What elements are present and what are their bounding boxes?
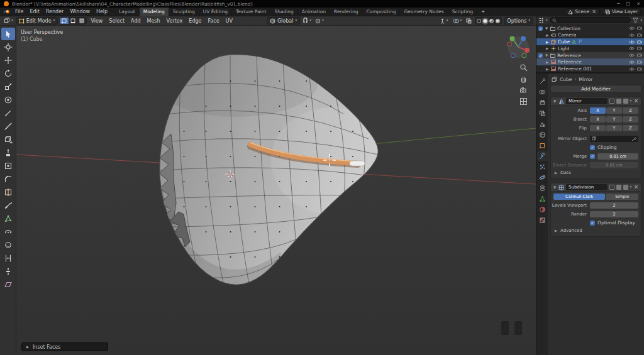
render-display-toggle[interactable] (623, 99, 628, 104)
editmode-display-toggle[interactable] (609, 185, 614, 190)
axis-z-button[interactable]: Z (623, 107, 638, 114)
tool-transform[interactable] (1, 94, 15, 106)
shading-material-button[interactable] (489, 19, 494, 23)
disclosure-icon[interactable]: ▶ (545, 40, 549, 44)
menu-edge[interactable]: Edge (186, 18, 204, 24)
axis-x-handle[interactable] (525, 48, 530, 53)
camera-visibility-icon[interactable] (637, 60, 642, 64)
axis-z-handle[interactable] (521, 36, 526, 41)
disclosure-icon[interactable]: ▼ (545, 26, 548, 30)
tab-scene[interactable] (537, 119, 548, 129)
tab-object[interactable] (537, 141, 548, 150)
collapse-icon[interactable]: ▼ (553, 185, 557, 189)
menu-file[interactable]: File (12, 9, 26, 14)
show-gizmo-toggle[interactable]: ▾ (438, 17, 450, 25)
maximize-button[interactable]: □ (626, 1, 631, 6)
breadcrumb-object[interactable]: Cube (560, 77, 572, 82)
operator-panel[interactable]: ▶ Inset Faces (21, 342, 108, 351)
outliner-row-collection[interactable]: ✓ ▼ Collection (536, 25, 644, 32)
remove-modifier-icon[interactable]: × (633, 99, 639, 104)
disclosure-icon[interactable]: ▶ (545, 33, 549, 37)
tab-object-data[interactable] (537, 194, 548, 204)
render-levels-field[interactable]: 2 (590, 211, 638, 217)
menu-mesh[interactable]: Mesh (145, 18, 163, 24)
shading-wireframe-button[interactable] (477, 19, 481, 23)
mirror-panel-header[interactable]: ▼ Mirror ▾ × (551, 97, 641, 106)
xray-toggle[interactable] (465, 17, 473, 25)
editor-type-button[interactable]: ▾ (3, 17, 14, 25)
axis-x-button[interactable]: X (590, 107, 606, 114)
tab-view-layer[interactable] (537, 109, 548, 118)
zoom-icon[interactable] (519, 63, 528, 72)
add-modifier-button[interactable]: Add Modifier (550, 85, 641, 93)
tool-smooth[interactable] (1, 239, 15, 251)
data-subpanel[interactable]: ▶ Data (551, 169, 641, 177)
tab-material[interactable] (537, 205, 548, 214)
blender-icon[interactable] (3, 9, 10, 14)
optimal-display-checkbox[interactable]: ✓ (590, 221, 595, 226)
tool-select-box[interactable] (1, 28, 15, 40)
eye-icon[interactable] (629, 46, 635, 50)
eyedropper-icon[interactable] (631, 136, 636, 141)
tool-extrude-region[interactable] (1, 146, 15, 159)
menu-edit[interactable]: Edit (26, 9, 43, 14)
close-button[interactable]: × (636, 1, 640, 6)
workspace-tab-shading[interactable]: Shading (270, 8, 297, 16)
render-display-toggle[interactable] (623, 185, 628, 190)
snap-toggle[interactable]: ▾ (301, 17, 313, 25)
menu-window[interactable]: Window (67, 9, 93, 14)
tool-spin[interactable] (1, 226, 15, 238)
collection-checkbox[interactable]: ✓ (538, 26, 543, 31)
collapse-icon[interactable]: ▼ (553, 99, 557, 103)
flip-x-button[interactable]: X (590, 125, 606, 131)
bisect-x-button[interactable]: X (590, 116, 606, 123)
navigation-gizmo[interactable] (504, 33, 532, 63)
workspace-tab-geometry-nodes[interactable]: Geometry Nodes (400, 8, 448, 16)
extras-menu-icon[interactable]: ▾ (630, 99, 632, 103)
tool-edge-slide[interactable] (1, 252, 15, 265)
workspace-tab-layout[interactable]: Layout (115, 8, 140, 16)
camera-visibility-icon[interactable] (637, 26, 642, 30)
workspace-tab-rendering[interactable]: Rendering (330, 8, 362, 16)
axis-y-button[interactable]: Y (606, 107, 622, 114)
viewport-canvas[interactable]: User Perspective (1) Cube (16, 26, 536, 355)
disclosure-icon[interactable]: ▶ (545, 67, 549, 71)
tool-move[interactable] (1, 54, 15, 67)
modifier-name-field[interactable]: Mirror (566, 98, 608, 104)
camera-visibility-icon[interactable] (637, 53, 642, 57)
outliner-row-light[interactable]: ▶ Light (536, 45, 644, 52)
transform-orientation-dropdown[interactable]: Global ▾ (267, 17, 300, 25)
face-select-button[interactable] (77, 18, 86, 24)
grid-ortho-icon[interactable] (519, 97, 528, 106)
collection-checkbox[interactable]: ✓ (538, 53, 543, 58)
tool-loop-cut[interactable] (1, 186, 15, 199)
axis-y-handle[interactable] (510, 36, 515, 41)
tab-texture[interactable] (537, 216, 548, 225)
eye-icon[interactable] (629, 40, 635, 44)
shading-solid-button[interactable] (483, 19, 487, 23)
camera-view-icon[interactable] (519, 86, 528, 94)
menu-face[interactable]: Face (205, 18, 221, 24)
tool-inset-faces[interactable] (1, 160, 15, 172)
workspace-tab-add[interactable]: + (477, 8, 489, 16)
eye-icon[interactable] (629, 26, 635, 30)
pan-hand-icon[interactable] (519, 75, 528, 83)
axis-neg-z-handle[interactable] (511, 53, 516, 58)
workspace-tab-modeling[interactable]: Modeling (140, 8, 169, 16)
outliner-row-cube[interactable]: ▶ Cube (536, 38, 644, 45)
workspace-tab-sculpting[interactable]: Sculpting (169, 8, 199, 16)
menu-add[interactable]: Add (128, 18, 143, 24)
proportional-editing-toggle[interactable]: ▾ (314, 17, 325, 25)
bisect-z-button[interactable]: Z (623, 116, 638, 123)
workspace-tab-uv-editing[interactable]: UV Editing (199, 8, 232, 16)
show-overlays-toggle[interactable]: ▾ (452, 17, 464, 25)
tool-scale[interactable] (1, 80, 15, 93)
filter-icon[interactable] (633, 18, 638, 23)
outliner-row-reference-collection[interactable]: ✓ ▼ Reference (536, 52, 644, 59)
tab-modifiers[interactable] (537, 151, 548, 161)
tab-tool[interactable] (537, 77, 548, 86)
mode-dropdown[interactable]: Edit Mode ▾ (16, 17, 58, 25)
remove-modifier-icon[interactable]: × (633, 185, 639, 190)
levels-viewport-field[interactable]: 2 (590, 202, 638, 209)
shading-rendered-button[interactable] (496, 19, 500, 23)
